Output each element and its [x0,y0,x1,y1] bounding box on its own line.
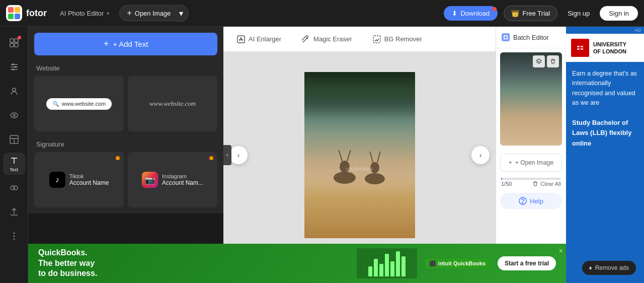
instagram-account-name: Account Nam... [162,179,203,186]
quickbooks-free-trial-button[interactable]: Start a free trial [498,256,556,270]
progress-slider-track[interactable] [501,178,561,180]
svg-rect-8 [15,43,18,47]
svg-point-12 [12,63,14,65]
website-template-grid: 🔍 www.website.com www.website.com [28,76,223,137]
open-image-group: + Open Image ▾ [119,5,189,22]
layout-icon [9,134,19,145]
text-icon [9,156,19,166]
person-icon [9,86,19,96]
website-template-cursive[interactable]: www.website.com [128,76,217,131]
orange-dot-indicator [116,156,120,160]
open-image-button[interactable]: + Open Image [119,5,178,21]
tiktok-signature-card[interactable]: ♪ Tiktok Account Name [34,152,124,207]
remove-ads-button[interactable]: ♦ Remove ads [582,261,636,275]
sidebar-item-text[interactable]: Text [3,153,25,175]
canvas-body: ‹ [223,52,496,258]
batch-editor-icon [501,33,510,42]
open-image-right-button[interactable]: + + Open Image [500,154,562,172]
canvas-nav-right-button[interactable]: › [471,146,490,164]
text-label: Text [10,167,18,172]
adjust-icon [9,62,19,72]
ad-body-text: Earn a degree that's as internationally … [566,62,644,283]
ai-photo-editor-menu[interactable]: AI Photo Editor ▾ [56,8,113,19]
svg-point-26 [13,236,15,237]
add-text-label: + Add Text [113,40,148,48]
svg-rect-37 [371,173,375,182]
signin-button[interactable]: Sign in [600,6,638,21]
chart-bar-1 [368,266,372,276]
website-url-1: www.website.com [62,101,106,107]
signup-button[interactable]: Sign up [564,8,594,19]
sidebar-item-grid[interactable] [3,32,25,54]
help-circle-icon [519,197,527,205]
watermark-text: shutterstock [346,166,373,172]
quickbooks-chart [357,248,417,278]
website-template-pill[interactable]: 🔍 www.website.com [34,76,124,131]
panel-collapse-button[interactable]: ‹ [223,145,231,165]
chart-bar-2 [374,259,378,276]
chart-bar-6 [396,251,400,276]
svg-point-17 [13,114,15,116]
chart-bar-7 [401,256,406,276]
add-text-plus-icon: + [104,39,109,49]
svg-rect-38 [378,174,381,182]
bg-remover-tool[interactable]: BG Remover [367,32,427,47]
sidebar-item-layout[interactable] [3,128,25,151]
download-button[interactable]: ⬇ Download [444,6,498,21]
quickbooks-ad-text: QuickBooks.The better wayto do business. [38,248,349,279]
sidebar-item-eye[interactable] [3,104,25,126]
ai-enlarger-label: AI Enlarger [249,35,281,43]
sidebar-item-adjust[interactable] [3,56,25,78]
magic-eraser-label: Magic Eraser [313,35,352,43]
layers-icon [536,58,542,64]
ai-enlarger-icon [236,35,246,44]
batch-count: 1/50 [501,181,512,187]
sidebar-item-more[interactable] [3,225,25,247]
help-button[interactable]: Help [500,193,562,209]
ai-enlarger-tool[interactable]: AI Enlarger [231,32,286,47]
trash-small-icon [532,181,538,187]
sidebar-item-group[interactable] [3,177,25,199]
svg-point-16 [11,113,18,118]
chart-bar-3 [379,264,383,276]
help-label: Help [530,197,543,205]
ad-description: Earn a degree that's as internationally … [572,70,637,106]
progress-slider-row [496,176,566,181]
clear-all-button[interactable]: Clear All [532,181,561,187]
eye-icon [9,110,19,120]
quickbooks-headline: QuickBooks.The better wayto do business. [38,248,349,279]
grid-icon [9,38,19,48]
sidebar-item-upload[interactable] [3,201,25,223]
instagram-logo-icon: 📷 [142,172,158,188]
canvas-toolbar: AI Enlarger Magic Eraser BG Remover [223,27,496,52]
canvas-nav-left-button[interactable]: ‹ [229,146,248,164]
university-logo-area: UNIVERSITYOF LONDON [566,34,644,62]
svg-rect-31 [373,36,380,43]
free-trial-button[interactable]: 👑 Free Trial [504,6,557,21]
notification-dot [493,7,497,11]
sidebar-item-person[interactable] [3,80,25,102]
batch-delete-button[interactable] [547,55,559,67]
website-section-label: Website [28,61,223,76]
foliage-top [304,72,415,117]
quickbooks-logo: ⬛ intuit QuickBooks [425,259,490,268]
instagram-signature-card[interactable]: 📷 Instagram Account Nam... [128,152,217,207]
search-icon: 🔍 [52,101,59,107]
bottom-ad-close-button[interactable]: × [559,247,563,255]
batch-editor-label: Batch Editor [513,34,549,41]
svg-point-25 [13,233,15,234]
batch-editor-header[interactable]: Batch Editor [496,27,566,48]
batch-layers-button[interactable] [533,55,545,67]
magic-eraser-tool[interactable]: Magic Eraser [296,32,357,47]
svg-point-24 [14,186,18,190]
quickbooks-logo-area: ⬛ intuit QuickBooks [425,259,490,268]
ad-label: AD [634,28,641,33]
navbar: fotor AI Photo Editor ▾ + Open Image ▾ ⬇… [0,0,644,27]
open-image-dropdown-button[interactable]: ▾ [174,5,189,22]
svg-point-13 [15,66,17,68]
svg-rect-33 [341,172,345,182]
ai-photo-editor-label: AI Photo Editor [60,10,104,17]
add-text-button[interactable]: + + Add Text [34,33,217,55]
svg-rect-7 [10,43,14,47]
logo-text: fotor [26,8,47,19]
